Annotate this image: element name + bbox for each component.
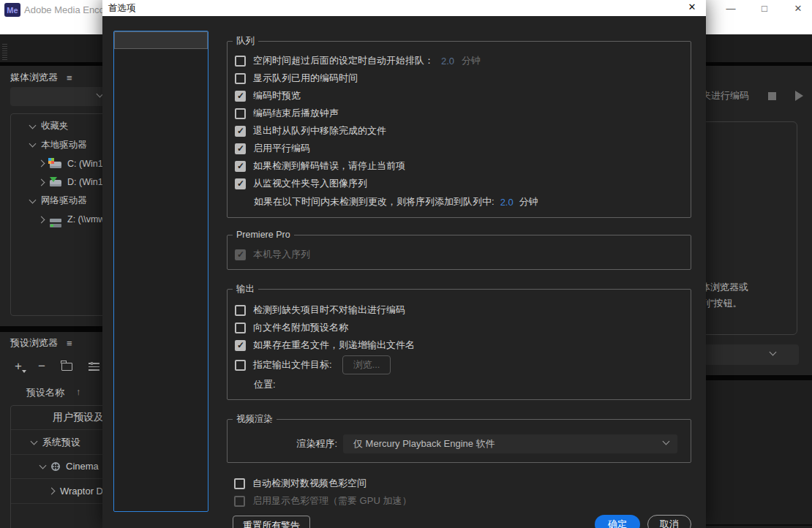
video-group-legend: 视频渲染 — [233, 413, 277, 426]
preferences-category-list — [113, 31, 208, 512]
divider — [706, 375, 812, 380]
checkbox[interactable] — [235, 340, 246, 351]
checkbox[interactable] — [235, 360, 246, 371]
checkbox[interactable] — [235, 108, 246, 119]
checkbox-row: 本机导入序列 — [228, 246, 691, 263]
video-rendering-group: 视频渲染 渲染程序: 仅 Mercury Playback Engine 软件 — [227, 413, 691, 463]
preferences-dialog: 首选项 ✕ 队列 空闲时间超过后面的设定时自动开始排队： 2.0 — [102, 0, 706, 528]
renderer-row: 渲染程序: 仅 Mercury Playback Engine 软件 — [228, 431, 691, 456]
checkbox[interactable] — [235, 73, 246, 84]
queue-rows: 空闲时间超过后面的设定时自动开始排队： 2.0 分钟 显示队列已用的编码时间 — [228, 52, 691, 192]
preset-browser-panel: 预设浏览器 ≡ + − 预设名称 ↑ 用户预设及组 系统预设 — [0, 332, 102, 528]
watch-folder-partial-label: 夹进行编码 — [702, 89, 749, 102]
queue-group: 队列 空闲时间超过后面的设定时自动开始排队： 2.0 分钟 显示队列已用的编码时… — [227, 35, 691, 218]
start-queue-button[interactable] — [795, 91, 803, 101]
maximize-button[interactable]: □ — [756, 3, 772, 14]
location-label: 位置: — [254, 378, 276, 391]
minutes-value[interactable]: 2.0 — [441, 56, 454, 67]
checkbox-row: 向文件名附加预设名称 — [228, 319, 691, 336]
chevron-icon[interactable] — [29, 121, 37, 129]
dialog-close-button[interactable]: ✕ — [685, 1, 699, 12]
chevron-icon[interactable] — [31, 437, 38, 445]
checkbox-row: 显示队列已用的编码时间 — [228, 69, 691, 87]
checkbox[interactable] — [235, 91, 246, 102]
checkbox[interactable] — [235, 305, 246, 316]
checkbox[interactable] — [235, 161, 246, 172]
category-item[interactable] — [114, 31, 208, 49]
checkbox-label: 启用显示色彩管理（需要 GPU 加速） — [252, 494, 411, 508]
tree-item[interactable]: Z: (\\vmwar — [11, 211, 102, 230]
ok-button[interactable]: 确定 — [595, 515, 640, 528]
chevron-icon[interactable] — [29, 196, 37, 203]
renderer-value: 仅 Mercury Playback Engine 软件 — [353, 437, 495, 450]
chevron-icon[interactable] — [38, 160, 45, 167]
media-browser-panel: 媒体浏览器 ≡ 收藏夹 本地驱动器 C: (Win10x64 — [0, 66, 102, 326]
dialog-titlebar[interactable]: 首选项 ✕ — [102, 0, 706, 16]
minutes-value[interactable]: 2.0 — [500, 197, 514, 208]
category-item[interactable] — [114, 137, 208, 154]
tree-item[interactable]: C: (Win10x64 — [11, 154, 102, 173]
minimize-button[interactable]: — — [723, 3, 739, 14]
checkbox[interactable] — [235, 178, 246, 189]
checkbox-label: 空闲时间超过后面的设定时自动开始排队： — [253, 54, 434, 67]
preset-group-icon — [51, 462, 60, 471]
category-item[interactable] — [114, 49, 208, 67]
new-group-icon[interactable] — [61, 363, 72, 371]
queue-group-legend: 队列 — [233, 35, 258, 48]
category-item[interactable] — [114, 119, 208, 137]
preset-label: 用户预设及组 — [53, 411, 102, 424]
category-item[interactable] — [114, 102, 208, 119]
drive-icon — [50, 219, 61, 222]
media-source-dropdown[interactable] — [10, 87, 102, 106]
chevron-icon[interactable] — [40, 462, 47, 469]
chevron-down-icon — [663, 438, 670, 445]
category-item[interactable] — [114, 84, 208, 102]
checkbox[interactable] — [235, 126, 246, 137]
preset-settings-icon[interactable] — [89, 363, 99, 371]
media-browser-title: 媒体浏览器 — [10, 71, 58, 84]
add-preset-icon[interactable]: + — [15, 361, 22, 372]
close-button[interactable]: ✕ — [790, 3, 806, 14]
checkbox-row: 启用显示色彩管理（需要 GPU 加速） — [227, 492, 691, 510]
cancel-button[interactable]: 取消 — [647, 515, 691, 528]
preset-list-item[interactable]: 系统预设 — [11, 430, 102, 454]
chevron-icon[interactable] — [48, 487, 56, 494]
stop-queue-button[interactable] — [768, 92, 776, 100]
location-row: 位置: — [228, 376, 691, 393]
chevron-icon[interactable] — [29, 140, 37, 148]
preset-name-column-header[interactable]: 预设名称 — [26, 386, 64, 399]
drive-icon — [50, 162, 61, 168]
browse-button[interactable]: 浏览... — [342, 355, 391, 374]
note-label: 如果在以下时间内未检测到更改，则将序列添加到队列中: — [254, 195, 495, 208]
checkbox[interactable] — [234, 478, 245, 489]
remove-preset-icon[interactable]: − — [38, 361, 45, 372]
preset-toolbar: + − — [15, 361, 99, 372]
tree-item[interactable]: 网络驱动器 — [11, 192, 102, 211]
tree-item[interactable]: D: (Win10x6 — [11, 173, 102, 192]
preset-label: 系统预设 — [42, 436, 80, 449]
preset-list-item[interactable]: Cinema — [11, 455, 102, 479]
chevron-icon[interactable] — [38, 216, 45, 223]
checkbox[interactable] — [234, 496, 245, 507]
checkbox-row: 从监视文件夹导入图像序列 — [228, 175, 691, 192]
sort-ascending-icon[interactable]: ↑ — [76, 386, 81, 399]
checkbox[interactable] — [235, 143, 246, 154]
tree-item[interactable]: 收藏夹 — [11, 117, 102, 136]
preset-list-item[interactable]: Wraptor DCP — [11, 479, 102, 503]
dialog-title: 首选项 — [108, 2, 136, 15]
tree-item-label: 收藏夹 — [41, 120, 69, 132]
checkbox-row: 如果存在重名文件，则递增输出文件名 — [228, 336, 691, 354]
tree-item[interactable]: 本地驱动器 — [11, 136, 102, 155]
checkbox[interactable] — [235, 323, 246, 333]
app-title: Adobe Media Enco — [24, 4, 105, 15]
checkbox[interactable] — [235, 56, 246, 67]
tree-item-label: 本地驱动器 — [41, 139, 87, 151]
preset-list-item[interactable]: 用户预设及组 — [11, 406, 102, 430]
chevron-icon[interactable] — [38, 178, 45, 186]
checkbox[interactable] — [235, 249, 246, 260]
category-item[interactable] — [114, 67, 208, 84]
panel-menu-icon[interactable]: ≡ — [67, 338, 72, 349]
panel-menu-icon[interactable]: ≡ — [67, 72, 72, 83]
renderer-dropdown[interactable]: 仅 Mercury Playback Engine 软件 — [343, 434, 677, 453]
premiere-pro-group: Premiere Pro 本机导入序列 — [227, 230, 691, 270]
